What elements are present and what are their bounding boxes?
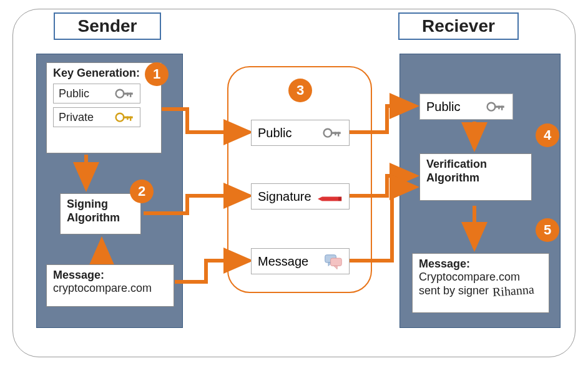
receiver-message-box: Message: Cryptocompare.com sent by signe… <box>412 253 549 313</box>
keygen-heading: Key Generation: <box>53 67 155 80</box>
public-key-row: Public <box>53 84 140 104</box>
step-5-num: 5 <box>544 222 551 238</box>
receiver-public-box: Public <box>419 94 513 120</box>
private-key-row: Private <box>53 107 140 127</box>
verification-algo-box: Verification Algorithm <box>419 153 532 201</box>
receiver-title: Reciever <box>398 12 519 40</box>
signing-algo-text: Signing Algorithm <box>67 198 120 224</box>
svg-point-20 <box>488 103 496 111</box>
transit-signature-box: Signature <box>251 183 350 209</box>
step-2-num: 2 <box>138 183 145 200</box>
svg-rect-18 <box>331 258 342 266</box>
svg-rect-23 <box>498 106 499 110</box>
svg-rect-7 <box>130 117 131 121</box>
step-3-num: 3 <box>296 82 304 99</box>
transit-public-label: Public <box>258 126 292 140</box>
svg-rect-8 <box>127 117 128 120</box>
key-icon <box>115 87 135 100</box>
svg-marker-13 <box>318 197 322 201</box>
step-badge-4: 4 <box>536 123 559 147</box>
step-1-num: 1 <box>153 66 160 82</box>
sender-title: Sender <box>54 12 161 40</box>
transit-public-box: Public <box>251 120 350 146</box>
private-key-label: Private <box>59 111 94 124</box>
step-badge-5: 5 <box>536 218 559 242</box>
step-badge-2: 2 <box>130 180 154 203</box>
svg-marker-19 <box>334 266 337 269</box>
public-key-label: Public <box>59 87 89 100</box>
pencil-icon <box>318 192 343 201</box>
key-icon <box>486 100 506 113</box>
transit-message-box: Message <box>251 248 350 274</box>
svg-rect-14 <box>322 197 338 201</box>
recv-msg-line2: sent by signer <box>419 284 489 297</box>
key-icon <box>323 126 343 140</box>
svg-rect-3 <box>130 93 131 97</box>
step-badge-3: 3 <box>288 79 312 102</box>
sender-title-text: Sender <box>78 16 137 36</box>
signing-algo-box: Signing Algorithm <box>60 193 141 234</box>
recv-msg-heading: Message: <box>419 258 542 271</box>
handwritten-signature-icon: Rihanna <box>492 282 534 300</box>
svg-rect-11 <box>338 132 339 137</box>
receiver-title-text: Reciever <box>422 16 495 36</box>
step-4-num: 4 <box>544 127 551 143</box>
svg-point-5 <box>116 113 124 122</box>
verification-algo-text: Verification Algorithm <box>426 158 487 184</box>
message-icon <box>324 254 343 269</box>
transit-signature-label: Signature <box>258 190 311 204</box>
transit-message-label: Message <box>258 254 308 269</box>
svg-rect-15 <box>338 197 341 201</box>
receiver-public-label: Public <box>426 100 460 114</box>
step-badge-1: 1 <box>145 62 169 86</box>
sender-message-box: Message: cryptocompare.com <box>46 264 174 307</box>
svg-point-9 <box>324 129 332 137</box>
gold-key-icon <box>115 110 135 124</box>
svg-point-1 <box>116 90 124 98</box>
svg-rect-22 <box>501 106 502 110</box>
sender-msg-value: cryptocompare.com <box>53 282 167 295</box>
svg-rect-4 <box>127 93 128 97</box>
recv-msg-line1: Cryptocompare.com <box>419 271 542 284</box>
sender-msg-heading: Message: <box>53 269 104 281</box>
svg-rect-12 <box>335 132 336 136</box>
